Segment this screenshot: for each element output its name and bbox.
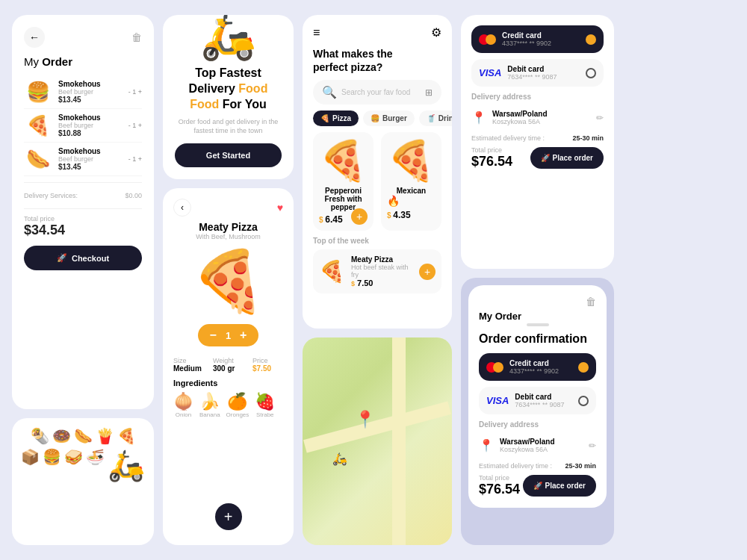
debit-radio-top[interactable] (586, 68, 596, 78)
edit-address-icon-top[interactable]: ✏ (596, 113, 604, 123)
ingredients-row: 🧅 Onion 🍌 Banana 🍊 Oronges 🍓 Strabe (173, 392, 283, 418)
mc-circle-orange-oc (493, 362, 503, 373)
oc-my-order-label: My Order (479, 311, 596, 322)
food-icon-wrap: 🍕 (117, 427, 136, 445)
quantity-bar: − 1 + (198, 324, 259, 346)
total-row-top: Total price $76.54 🚀 Place order (471, 146, 604, 169)
address-street-top: Koszykowa 56A (492, 118, 590, 125)
qty-ctrl-1[interactable]: - 1 + (128, 88, 142, 96)
pizza-name: Meaty Pizza (173, 221, 283, 233)
credit-radio-oc[interactable] (578, 362, 589, 373)
map-card: 📍 🛵 (303, 337, 452, 545)
banner-sub: Order food and get delivery in the faste… (175, 117, 282, 136)
specs-row: Size Medium Weight 300 gr Price $7.50 (173, 357, 283, 373)
qty-ctrl-3[interactable]: - 1 + (128, 155, 142, 163)
credit-info-oc: Credit card 4337**** ** 9902 (509, 359, 572, 375)
highlight-text: Food (190, 98, 219, 111)
increase-button[interactable]: + (240, 329, 247, 342)
ingredients-title: Ingredients (173, 379, 283, 388)
place-order-button-top[interactable]: 🚀 Place order (530, 147, 604, 169)
mastercard-logo (479, 34, 496, 45)
credit-card-option-top[interactable]: Credit card 4337**** ** 9902 (471, 25, 604, 53)
delete-icon-oc[interactable]: 🗑 (586, 296, 596, 308)
divider-2 (24, 208, 142, 209)
total-amount: $34.54 (24, 223, 142, 238)
pizza-card-mexican: 🍕 Mexican 🔥 $ 4.35 (381, 132, 441, 231)
credit-num-oc: 4337**** ** 9902 (509, 367, 572, 375)
debit-radio-oc[interactable] (578, 396, 589, 406)
debit-card-option-top[interactable]: VISA Debit card 7634**** ** 9087 (471, 59, 604, 87)
total-label-top: Total price (471, 146, 512, 154)
debit-card-option-oc[interactable]: VISA Debit card 7634**** ** 9087 (479, 387, 596, 414)
order-name-2: Smokehous (58, 113, 123, 122)
delivery-address-oc: Delivery address 📍 Warsaw/Poland Koszyko… (479, 420, 596, 470)
checkout-button[interactable]: 🚀 Checkout (24, 246, 142, 270)
credit-card-num-top: 4337**** ** 9902 (502, 40, 580, 47)
weight-spec: Weight 300 gr (213, 357, 244, 373)
app-header: ≡ ⚙ (313, 25, 441, 40)
delivery-address-top: Delivery address 📍 Warsaw/Poland Koszyko… (471, 93, 604, 142)
debit-card-info-top: Debit card 7634**** ** 9087 (507, 65, 580, 81)
add-week-item-button[interactable]: + (419, 264, 436, 280)
category-tabs: 🍕Pizza 🍔Burger 🥤Drink (313, 111, 441, 126)
tab-drink[interactable]: 🥤Drink (419, 111, 452, 126)
delivery-banner-card: 🛵 Top Fastest Delivery Food Food For You… (163, 15, 294, 179)
ingredient-onion: 🧅 Onion (173, 392, 193, 418)
debit-card-type-top: Debit card (507, 65, 580, 73)
mastercard-logo-oc (486, 362, 503, 373)
search-icon: 🔍 (322, 85, 337, 99)
week-title: Top of the week (313, 237, 441, 245)
map-pin-icon: 📍 (355, 410, 375, 429)
credit-type-oc: Credit card (509, 359, 572, 367)
delete-icon[interactable]: 🗑 (131, 31, 142, 43)
fire-badge: 🔥 (387, 195, 436, 207)
food-emoji-2: 🍕 (24, 114, 52, 137)
prev-button[interactable]: ‹ (173, 199, 191, 217)
week-price: $ 7.50 (351, 279, 413, 287)
debit-type-oc: Debit card (515, 393, 572, 401)
visa-logo-top: VISA (479, 67, 501, 78)
tab-pizza[interactable]: 🍕Pizza (313, 111, 359, 126)
food-emoji-1: 🍔 (24, 81, 52, 104)
order-sub-1: Beef burger (58, 88, 123, 96)
week-section: Top of the week 🍕 Meaty Pizza Hot beef s… (313, 237, 441, 293)
order-info-3: Smokehous Beef burger $13.45 (58, 147, 123, 171)
back-button[interactable]: ← (24, 27, 45, 48)
debit-num-oc: 7634**** ** 9087 (515, 401, 572, 408)
decrease-button[interactable]: − (210, 329, 217, 342)
credit-radio-top[interactable] (586, 34, 596, 45)
total-section-top: Total price $76.54 (471, 146, 512, 169)
divider-1 (24, 182, 142, 183)
rocket-icon-oc: 🚀 (533, 482, 542, 490)
price-value: $7.50 (252, 364, 271, 373)
search-placeholder[interactable]: Search your fav food (341, 88, 421, 96)
hamburger-menu-icon[interactable]: ≡ (313, 26, 320, 40)
address-info-top: Warsaw/Poland Koszykowa 56A (492, 110, 590, 125)
order-price-1: $13.45 (58, 96, 123, 104)
est-row-oc: Estimated delivery time : 25-30 min (479, 462, 596, 470)
column-3: ≡ ⚙ What makes the perfect pizza? 🔍 Sear… (303, 15, 452, 545)
pepperoni-image: 🍕 (319, 138, 368, 184)
food-icon-wrap: 📦 (21, 448, 40, 483)
mc-circle-orange (486, 34, 496, 45)
place-order-button-oc[interactable]: 🚀 Place order (523, 475, 596, 497)
featured-grid: 🍕 Pepperoni Fresh with pepper $ 6.45 + 🍕… (313, 132, 441, 231)
week-item: 🍕 Meaty Pizza Hot beef steak with fry $ … (313, 249, 441, 293)
price-spec: Price $7.50 (252, 357, 283, 373)
credit-card-option-oc[interactable]: Credit card 4337**** ** 9902 (479, 353, 596, 381)
filter-icon[interactable]: ⊞ (425, 87, 433, 98)
edit-icon-oc[interactable]: ✏ (589, 441, 596, 451)
visa-logo-oc: VISA (486, 395, 509, 406)
get-started-button[interactable]: Get Started (175, 143, 282, 167)
tab-burger[interactable]: 🍔Burger (363, 111, 415, 126)
qty-ctrl-2[interactable]: - 1 + (128, 122, 142, 129)
food-icon-wrap: 🥪 (64, 448, 83, 483)
pizza-image: 🍕 (173, 246, 283, 317)
settings-icon[interactable]: ⚙ (431, 25, 441, 40)
favorite-icon[interactable]: ♥ (277, 202, 283, 214)
add-to-cart-button[interactable]: + (215, 503, 242, 530)
banner-scooter: 🛵 (200, 15, 256, 63)
total-label-oc: Total price (479, 474, 520, 482)
debit-card-num-top: 7634**** ** 9087 (507, 73, 580, 81)
location-icon-top: 📍 (471, 111, 486, 125)
